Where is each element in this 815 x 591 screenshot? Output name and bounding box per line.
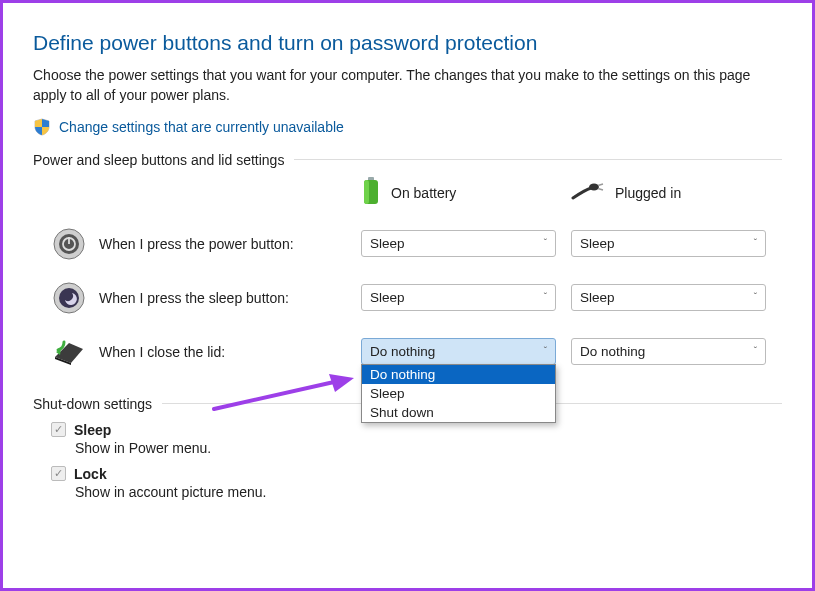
column-plugged-in: Plugged in xyxy=(571,178,771,208)
page-description: Choose the power settings that you want … xyxy=(33,65,753,106)
section-power-header: Power and sleep buttons and lid settings xyxy=(33,152,782,168)
lid-plugged-select[interactable]: Do nothingˇ xyxy=(571,338,766,365)
row-lid: When I close the lid: xyxy=(51,334,351,370)
row-power-button: When I press the power button: xyxy=(51,226,351,262)
page-title: Define power buttons and turn on passwor… xyxy=(33,31,782,55)
chevron-down-icon: ˇ xyxy=(754,292,757,303)
chevron-down-icon: ˇ xyxy=(544,238,547,249)
chevron-down-icon: ˇ xyxy=(754,238,757,249)
checkbox-lock[interactable]: ✓ xyxy=(51,466,66,481)
svg-rect-2 xyxy=(364,180,369,204)
chevron-down-icon: ˇ xyxy=(544,292,547,303)
checkbox-lock-description: Show in account picture menu. xyxy=(75,484,782,500)
lid-battery-select-list[interactable]: Do nothing Sleep Shut down xyxy=(361,364,556,423)
change-settings-link[interactable]: Change settings that are currently unava… xyxy=(59,119,344,135)
svg-marker-14 xyxy=(329,374,354,392)
lid-option-do-nothing[interactable]: Do nothing xyxy=(362,365,555,384)
sleep-button-battery-select[interactable]: Sleepˇ xyxy=(361,284,556,311)
sleep-button-plugged-select[interactable]: Sleepˇ xyxy=(571,284,766,311)
checkbox-sleep-label: Sleep xyxy=(74,422,111,438)
checkbox-sleep-description: Show in Power menu. xyxy=(75,440,782,456)
shield-icon xyxy=(33,118,51,136)
lid-option-sleep[interactable]: Sleep xyxy=(362,384,555,403)
plug-icon xyxy=(571,182,605,203)
svg-line-5 xyxy=(598,189,603,191)
lid-battery-select[interactable]: Do nothingˇ xyxy=(361,338,556,365)
checkbox-sleep[interactable]: ✓ xyxy=(51,422,66,437)
chevron-down-icon: ˇ xyxy=(754,346,757,357)
svg-point-3 xyxy=(589,184,599,191)
row-sleep-button: When I press the sleep button: xyxy=(51,280,351,316)
chevron-down-icon: ˇ xyxy=(544,346,547,357)
lid-option-shut-down[interactable]: Shut down xyxy=(362,403,555,422)
sleep-button-icon xyxy=(51,280,87,316)
svg-line-4 xyxy=(598,184,603,186)
power-button-icon xyxy=(51,226,87,262)
column-on-battery: On battery xyxy=(361,178,561,208)
power-button-battery-select[interactable]: Sleepˇ xyxy=(361,230,556,257)
lid-icon xyxy=(51,334,87,370)
checkbox-lock-label: Lock xyxy=(74,466,107,482)
battery-icon xyxy=(361,176,381,209)
power-button-plugged-select[interactable]: Sleepˇ xyxy=(571,230,766,257)
